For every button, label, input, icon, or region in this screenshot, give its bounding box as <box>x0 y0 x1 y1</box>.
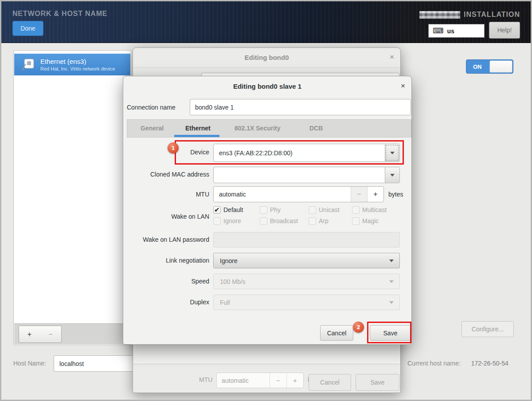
tab-general[interactable]: General <box>141 125 164 132</box>
hostname-label: Host Name: <box>13 360 46 367</box>
duplex-label: Duplex <box>123 299 209 306</box>
top-bar: NETWORK & HOST NAME Done INSTALLATION ⌨ … <box>1 1 531 43</box>
checkbox-icon <box>352 206 360 214</box>
settings-tabs: General Ethernet 802.1X Security DCB <box>127 119 411 138</box>
wol-checkbox-arp[interactable]: Arp <box>309 216 329 226</box>
annotation-badge-1: 1 <box>168 142 179 153</box>
wol-checkbox-broadcast[interactable]: Broadcast <box>260 216 298 226</box>
checkbox-icon <box>213 217 221 225</box>
chevron-down-icon <box>389 280 394 283</box>
outer-mtu-decrement-button[interactable]: − <box>270 373 286 388</box>
mtu-label: MTU <box>123 191 209 198</box>
wol-checkbox-unicast[interactable]: Unicast <box>309 205 340 215</box>
wol-password-label: Wake on LAN password <box>123 236 209 243</box>
outer-cancel-button[interactable]: Cancel <box>309 374 351 391</box>
tab-8021x-security[interactable]: 802.1X Security <box>235 125 281 132</box>
close-icon[interactable]: × <box>390 53 394 61</box>
current-hostname-label: Current host name: <box>407 360 461 367</box>
mtu-decrement-button[interactable]: − <box>351 187 367 202</box>
tab-ethernet[interactable]: Ethernet <box>185 125 211 132</box>
toggle-on-label: ON <box>473 63 482 70</box>
outer-dialog-title: Editing bond0 <box>133 54 400 61</box>
duplex-select[interactable]: Full <box>213 295 400 310</box>
speed-select[interactable]: 100 Mb/s <box>213 274 400 289</box>
connection-name-input[interactable]: bond0 slave 1 <box>190 99 411 115</box>
device-title: Ethernet (ens3) <box>40 58 115 65</box>
mtu-increment-button[interactable]: + <box>367 187 383 202</box>
device-list-item-ens3[interactable]: Ethernet (ens3) Red Hat, Inc. Virtio net… <box>14 54 130 75</box>
link-negotiation-value: Ignore <box>220 257 238 264</box>
device-field-label: Device <box>123 149 209 156</box>
outer-save-button[interactable]: Save <box>356 374 399 391</box>
close-icon[interactable]: × <box>401 82 405 90</box>
help-button[interactable]: Help! <box>489 22 520 39</box>
link-negotiation-label: Link negotiation <box>123 257 209 264</box>
connection-name-label: Connection name <box>127 104 176 111</box>
keyboard-layout-indicator[interactable]: ⌨ us <box>428 24 485 38</box>
mtu-unit: bytes <box>388 191 403 198</box>
device-list-toolbar: + − <box>14 323 130 344</box>
wol-password-input[interactable] <box>213 232 400 248</box>
chevron-down-icon <box>389 301 394 304</box>
checkbox-icon <box>309 206 316 214</box>
keyboard-icon: ⌨ <box>433 26 444 35</box>
device-value: ens3 (FA:AB:22:2D:D8:00) <box>219 149 293 157</box>
outer-mtu-increment-button[interactable]: + <box>286 373 303 388</box>
redacted-product-name <box>419 11 460 19</box>
active-tab-underline <box>174 135 219 137</box>
tab-dcb[interactable]: DCB <box>309 125 323 132</box>
checkbox-icon <box>260 206 267 214</box>
mtu-value[interactable]: automatic <box>214 187 351 202</box>
editing-bond0-slave1-dialog: Editing bond0 slave 1 × Connection name … <box>123 76 412 345</box>
checkbox-icon <box>213 206 221 214</box>
cloned-mac-label: Cloned MAC address <box>123 171 209 178</box>
installation-title: INSTALLATION <box>419 11 520 19</box>
link-negotiation-select[interactable]: Ignore <box>213 253 400 268</box>
outer-mtu-label: MTU <box>199 376 212 383</box>
inner-dialog-title: Editing bond0 slave 1 <box>123 83 411 90</box>
current-hostname: Current host name: 172-26-50-54 <box>407 360 509 367</box>
device-subtitle: Red Hat, Inc. Virtio network device <box>40 66 115 71</box>
chevron-down-icon <box>390 174 395 177</box>
network-device-list: Ethernet (ens3) Red Hat, Inc. Virtio net… <box>13 50 131 345</box>
device-combo-entry[interactable]: ens3 (FA:AB:22:2D:D8:00) <box>213 144 400 162</box>
chevron-down-icon <box>390 152 395 154</box>
ethernet-icon <box>21 58 35 71</box>
wol-checkbox-ignore[interactable]: Ignore <box>213 216 241 226</box>
installation-label: INSTALLATION <box>464 11 520 19</box>
cancel-button[interactable]: Cancel <box>320 325 353 341</box>
wol-label: Wake on LAN <box>123 213 209 220</box>
speed-value: 100 Mb/s <box>220 278 246 285</box>
remove-device-button[interactable]: − <box>40 326 62 343</box>
outer-dialog-header: Editing bond0 × <box>133 48 400 68</box>
outer-mtu-value[interactable]: automatic <box>217 373 270 388</box>
cloned-mac-dropdown-button[interactable] <box>385 167 399 183</box>
mtu-spinbox[interactable]: automatic − + <box>213 186 384 202</box>
device-dropdown-button[interactable] <box>385 144 399 161</box>
wol-checkbox-default[interactable]: Default <box>213 205 243 215</box>
chevron-down-icon <box>389 259 394 262</box>
current-hostname-value: 172-26-50-54 <box>471 360 509 367</box>
checkbox-icon <box>309 217 316 225</box>
page-title: NETWORK & HOST NAME <box>12 10 107 18</box>
duplex-value: Full <box>220 299 230 306</box>
checkbox-icon <box>260 217 267 225</box>
save-button[interactable]: Save <box>370 325 411 341</box>
anaconda-network-screen: NETWORK & HOST NAME Done INSTALLATION ⌨ … <box>0 0 532 401</box>
toggle-knob[interactable] <box>489 60 512 73</box>
wol-checkbox-magic[interactable]: Magic <box>352 216 379 226</box>
configure-button[interactable]: Configure... <box>462 321 514 337</box>
add-device-button[interactable]: + <box>19 326 40 343</box>
network-on-toggle[interactable]: ON <box>466 59 513 74</box>
wol-checkbox-multicast[interactable]: Multicast <box>352 205 387 215</box>
annotation-badge-2: 2 <box>353 322 364 333</box>
wol-checkbox-phy[interactable]: Phy <box>260 205 281 215</box>
checkbox-icon <box>352 217 360 225</box>
keyboard-layout-label: us <box>447 28 454 35</box>
outer-mtu-spinbox[interactable]: automatic − + <box>216 373 304 388</box>
cloned-mac-combo-entry[interactable] <box>213 167 400 183</box>
done-button[interactable]: Done <box>12 21 43 36</box>
speed-label: Speed <box>123 278 209 285</box>
